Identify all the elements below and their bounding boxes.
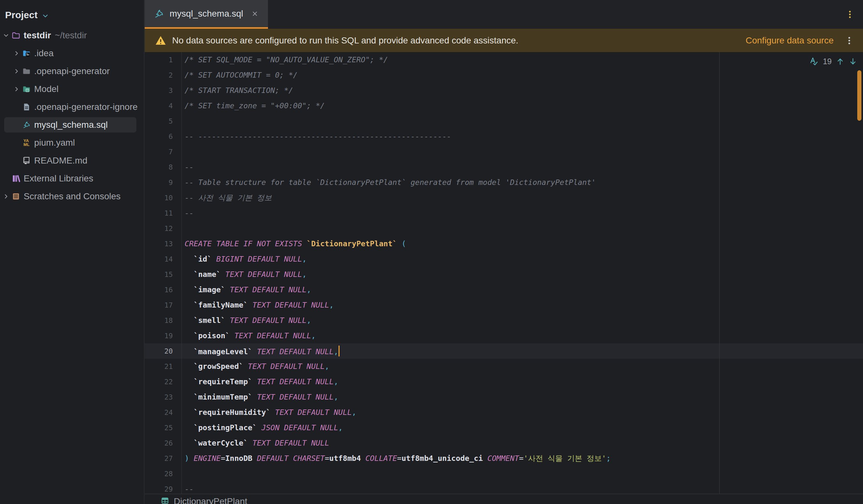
tree-item-label: pium.yaml: [34, 138, 75, 148]
project-view-title: Project: [5, 10, 38, 21]
tabbar-kebab-menu-icon[interactable]: [845, 10, 855, 19]
tree-item-label: testdir: [24, 30, 51, 40]
code-line-22[interactable]: 22 `requireTemp` TEXT DEFAULT NULL,: [145, 374, 863, 389]
line-number: 19: [145, 332, 182, 340]
code-line-28[interactable]: 28: [145, 466, 863, 481]
chevron-right-icon[interactable]: [12, 66, 21, 76]
code-line-18[interactable]: 18 `smell` TEXT DEFAULT NULL,: [145, 313, 863, 328]
code-line-text: -- 사전 식물 기본 정보: [182, 192, 272, 203]
code-line-text: `waterCycle` TEXT DEFAULT NULL: [182, 439, 329, 448]
code-line-29[interactable]: 29--: [145, 481, 863, 494]
tab-close-icon[interactable]: [251, 10, 259, 17]
tree-item-pium-yaml[interactable]: YAMLpium.yaml: [0, 134, 144, 152]
tab-mysql-schema-sql[interactable]: mysql_schema.sql: [145, 0, 268, 29]
editor-area: mysql_schema.sql No data sources are con…: [145, 0, 863, 504]
line-number: 23: [145, 393, 182, 401]
breadcrumb-symbol[interactable]: DictionaryPetPlant: [174, 496, 247, 504]
line-number: 2: [145, 71, 182, 79]
banner-message: No data sources are configured to run th…: [172, 36, 518, 46]
code-line-1[interactable]: 1/* SET SQL_MODE = "NO_AUTO_VALUE_ON_ZER…: [145, 52, 863, 67]
book-icon: [22, 156, 31, 165]
code-line-11[interactable]: 11--: [145, 205, 863, 221]
code-line-text: `requireTemp` TEXT DEFAULT NULL,: [182, 377, 338, 386]
line-number: 20: [145, 347, 182, 355]
tab-label: mysql_schema.sql: [170, 9, 243, 19]
code-line-4[interactable]: 4/* SET time_zone = "+00:00"; */: [145, 98, 863, 113]
code-editor[interactable]: 1/* SET SQL_MODE = "NO_AUTO_VALUE_ON_ZER…: [145, 52, 863, 494]
scratches-icon: [12, 192, 21, 201]
code-line-17[interactable]: 17 `familyName` TEXT DEFAULT NULL,: [145, 297, 863, 313]
banner-kebab-menu-icon[interactable]: [845, 36, 854, 45]
chevron-right-icon[interactable]: [12, 84, 21, 94]
mysql-dolphin-icon: [22, 121, 31, 129]
code-line-text: `manageLevel` TEXT DEFAULT NULL,: [182, 345, 339, 356]
code-line-3[interactable]: 3/* START TRANSACTION; */: [145, 83, 863, 98]
tree-item-label: Model: [34, 84, 59, 94]
chevron-spacer: [12, 120, 21, 130]
scrollbar-thumb[interactable]: [857, 70, 861, 121]
code-line-6[interactable]: 6-- ------------------------------------…: [145, 129, 863, 144]
code-line-14[interactable]: 14 `id` BIGINT DEFAULT NULL,: [145, 251, 863, 267]
configure-data-source-link[interactable]: Configure data source: [746, 36, 834, 46]
chevron-right-icon[interactable]: [12, 49, 21, 58]
line-number: 13: [145, 240, 182, 248]
code-line-2[interactable]: 2/* SET AUTOCOMMIT = 0; */: [145, 67, 863, 83]
code-line-8[interactable]: 8--: [145, 159, 863, 175]
tree-item-label: Scratches and Consoles: [24, 191, 121, 202]
code-line-5[interactable]: 5: [145, 113, 863, 129]
code-line-27[interactable]: 27) ENGINE=InnoDB DEFAULT CHARSET=utf8mb…: [145, 451, 863, 466]
tree-item-idea[interactable]: .idea: [0, 45, 144, 62]
tree-item-openapi-generator-ignore[interactable]: .openapi-generator-ignore: [0, 98, 144, 116]
tree-item-path: ~/testdir: [55, 30, 87, 40]
code-line-19[interactable]: 19 `poison` TEXT DEFAULT NULL,: [145, 328, 863, 343]
line-number: 25: [145, 424, 182, 432]
code-line-7[interactable]: 7: [145, 144, 863, 159]
tree-item-model[interactable]: Model: [0, 80, 144, 98]
code-line-text: `minimumTemp` TEXT DEFAULT NULL,: [182, 392, 338, 402]
chevron-down-icon[interactable]: [1, 31, 11, 40]
code-line-text: `postingPlace` JSON DEFAULT NULL,: [182, 423, 343, 432]
tree-item-readme-md[interactable]: README.md: [0, 152, 144, 169]
arrow-up-icon[interactable]: [836, 57, 845, 66]
code-line-13[interactable]: 13CREATE TABLE IF NOT EXISTS `Dictionary…: [145, 236, 863, 251]
line-number: 6: [145, 133, 182, 140]
tree-item-openapi-generator[interactable]: .openapi-generator: [0, 62, 144, 80]
right-margin-guide: [719, 52, 720, 494]
line-number: 21: [145, 363, 182, 370]
folder-purple-icon: [12, 31, 21, 40]
tree-item-scratches-and-consoles[interactable]: Scratches and Consoles: [0, 188, 144, 205]
project-view-dropdown[interactable]: Project: [0, 0, 144, 22]
code-line-24[interactable]: 24 `requireHumidity` TEXT DEFAULT NULL,: [145, 405, 863, 420]
line-number: 17: [145, 301, 182, 309]
editor-tabbar: mysql_schema.sql: [145, 0, 863, 29]
tree-item-mysql-schema-sql[interactable]: mysql_schema.sql: [0, 116, 144, 134]
code-line-26[interactable]: 26 `waterCycle` TEXT DEFAULT NULL: [145, 435, 863, 451]
inspection-count: 19: [823, 57, 832, 66]
spellcheck-icon: [809, 56, 818, 66]
code-line-25[interactable]: 25 `postingPlace` JSON DEFAULT NULL,: [145, 420, 863, 435]
arrow-down-icon[interactable]: [849, 57, 857, 66]
code-line-21[interactable]: 21 `growSpeed` TEXT DEFAULT NULL,: [145, 359, 863, 374]
tree-item-testdir[interactable]: testdir~/testdir: [0, 26, 144, 45]
code-line-16[interactable]: 16 `image` TEXT DEFAULT NULL,: [145, 282, 863, 297]
code-line-text: /* SET time_zone = "+00:00"; */: [182, 101, 325, 110]
code-line-text: --: [182, 163, 193, 172]
inspections-widget[interactable]: 19: [809, 56, 857, 66]
line-number: 27: [145, 454, 182, 463]
tree-item-external-libraries[interactable]: External Libraries: [0, 169, 144, 188]
folder-idea-icon: [22, 49, 31, 58]
tree-item-label: README.md: [34, 155, 87, 166]
code-line-text: ) ENGINE=InnoDB DEFAULT CHARSET=utf8mb4 …: [182, 453, 611, 464]
code-line-text: `growSpeed` TEXT DEFAULT NULL,: [182, 362, 329, 371]
code-line-10[interactable]: 10-- 사전 식물 기본 정보: [145, 190, 863, 205]
line-number: 5: [145, 117, 182, 125]
code-line-9[interactable]: 9-- Table structure for table `Dictionar…: [145, 175, 863, 190]
code-line-12[interactable]: 12: [145, 221, 863, 236]
tree-item-label: .openapi-generator: [34, 66, 110, 76]
file-text-icon: [22, 102, 31, 112]
chevron-right-icon[interactable]: [1, 192, 11, 201]
code-line-20[interactable]: 20 `manageLevel` TEXT DEFAULT NULL,: [145, 343, 863, 359]
line-number: 18: [145, 316, 182, 325]
code-line-15[interactable]: 15 `name` TEXT DEFAULT NULL,: [145, 267, 863, 282]
code-line-23[interactable]: 23 `minimumTemp` TEXT DEFAULT NULL,: [145, 389, 863, 405]
